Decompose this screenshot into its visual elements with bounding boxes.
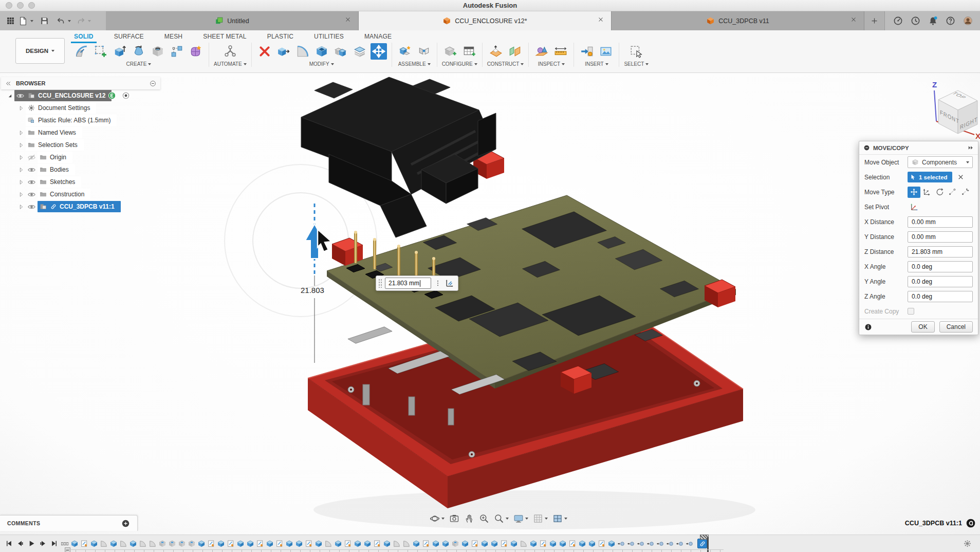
timeline-joint[interactable] [656,540,664,548]
clock-icon[interactable] [911,16,920,26]
play-icon[interactable] [28,540,35,547]
timeline-feature-sketch[interactable] [373,540,381,548]
skip-end-icon[interactable] [50,540,58,547]
timeline-feature-sketch[interactable] [598,540,606,548]
timeline-feature-sketch[interactable] [256,540,264,548]
tree-closed-arrow[interactable] [16,167,26,173]
timeline-feature-sketch[interactable] [80,540,88,548]
shell-tool-button[interactable] [313,43,330,60]
dimension-menu-icon[interactable] [434,280,441,287]
gauge-icon[interactable] [893,16,903,26]
set-pivot-button[interactable] [908,201,920,213]
split-tool-button[interactable] [352,43,368,60]
undo-caret[interactable] [68,20,71,22]
x-angle-input[interactable]: 0.0 deg [908,261,973,272]
activate-component-radio[interactable] [121,91,131,100]
assistant-icon[interactable] [966,518,976,528]
timeline-feature-extrude[interactable] [480,540,489,548]
timeline-joint[interactable] [646,540,655,548]
timeline-feature-extrude[interactable] [383,540,391,548]
automate-tool-button[interactable] [222,43,238,60]
timeline-playhead-marker[interactable] [697,539,707,548]
tree-open-arrow[interactable] [5,93,14,99]
look-at-tool[interactable] [449,513,459,524]
ribbon-tab-manage[interactable]: MANAGE [363,31,393,42]
timeline-feature-extrude[interactable] [295,540,303,548]
file-menu-caret[interactable] [30,20,33,22]
step-back-icon[interactable] [16,540,24,547]
browser-row[interactable]: Construction [1,188,160,200]
tree-closed-arrow[interactable] [16,179,26,186]
form-tool-button[interactable] [188,43,204,60]
visibility-on-icon[interactable] [27,165,36,174]
timeline-feature-extrude[interactable] [334,540,342,548]
timeline-feature-extrude[interactable] [490,540,498,548]
timeline-group-icon[interactable] [61,540,69,548]
ribbon-group-label[interactable]: MODIFY [309,61,334,67]
x-distance-input[interactable]: 0.00 mm [908,216,973,228]
timeline-feature-fillet[interactable] [119,540,127,548]
timeline-feature-sketch[interactable] [471,540,479,548]
move-object-dropdown[interactable]: Components [908,156,973,168]
collapse-panel-icon[interactable] [5,80,12,87]
close-tab-icon[interactable] [344,16,352,23]
timeline-joint[interactable] [617,540,625,548]
delete-tool-button[interactable] [256,43,273,60]
tree-closed-arrow[interactable] [16,105,26,112]
visibility-on-icon[interactable] [27,178,36,187]
redo-caret[interactable] [88,20,91,22]
timeline-feature-extrude[interactable] [510,540,518,548]
window-close-button[interactable] [6,2,12,9]
timeline-feature-extrude[interactable] [354,540,362,548]
move-type-point-to-point[interactable] [946,187,959,198]
tree-closed-arrow[interactable] [16,191,26,198]
tree-closed-arrow[interactable] [16,204,26,210]
redo-icon[interactable] [76,15,86,26]
timeline-ruler[interactable] [66,549,724,552]
browser-item[interactable]: Document Settings [26,102,96,114]
timeline-feature-sketch[interactable] [207,540,215,548]
timeline-feature-extrude[interactable] [266,540,274,548]
timeline-feature-extrude[interactable] [90,540,98,548]
orbit-tool[interactable] [430,513,445,524]
window-zoom-button[interactable] [28,2,35,9]
move-type-free-move[interactable] [908,187,920,198]
undo-icon[interactable] [56,15,66,26]
browser-item[interactable]: Plastic Rule: ABS (1.5mm) [26,115,117,126]
comments-bar[interactable]: COMMENTS [0,515,138,531]
dimension-input[interactable]: 21.803 mm [385,278,431,289]
insert-canvas-tool-button[interactable] [598,43,614,60]
manipulator-mode-icon[interactable] [445,278,455,288]
dialog-collapse-icon[interactable] [863,144,870,151]
timeline-feature-fillet[interactable] [402,540,411,548]
timeline-feature-fillet[interactable] [520,540,528,548]
panel-options-icon[interactable] [150,80,156,87]
ok-button[interactable]: OK [911,321,934,333]
dimension-drag-handle[interactable] [378,279,382,288]
browser-row[interactable]: CCU_ENCLOSURE v12 [1,89,160,102]
ribbon-group-label[interactable]: SELECT [624,61,649,67]
bell-icon[interactable] [928,16,938,26]
combine-tool-button[interactable] [332,43,349,60]
create-sketch-tool-button[interactable] [93,43,109,60]
browser-item[interactable]: Named Views [26,127,82,138]
ruler-tool-button[interactable] [552,43,569,60]
timeline-settings-icon[interactable] [963,539,972,548]
move-type-point-to-position[interactable] [959,187,972,198]
browser-item[interactable]: CCU_ENCLOSURE v12 [14,90,112,101]
display-tool[interactable] [513,513,528,524]
timeline-feature-sketch[interactable] [539,540,547,548]
timeline-feature-sketch[interactable] [422,540,430,548]
app-grid-icon[interactable] [5,15,16,26]
timeline-feature-extrude[interactable] [236,540,245,548]
timeline-feature-extrude[interactable] [246,540,254,548]
add-comment-icon[interactable] [121,519,130,528]
browser-row[interactable]: Sketches [1,176,160,188]
revolve-tool-button[interactable] [131,43,147,60]
browser-row[interactable]: Bodies [1,163,160,176]
configure-tool-button[interactable] [442,43,458,60]
avatar-icon[interactable] [963,16,973,26]
close-tab-icon[interactable] [597,16,604,23]
timeline-feature-extrude[interactable] [109,540,118,548]
timeline-joint[interactable] [627,540,635,548]
